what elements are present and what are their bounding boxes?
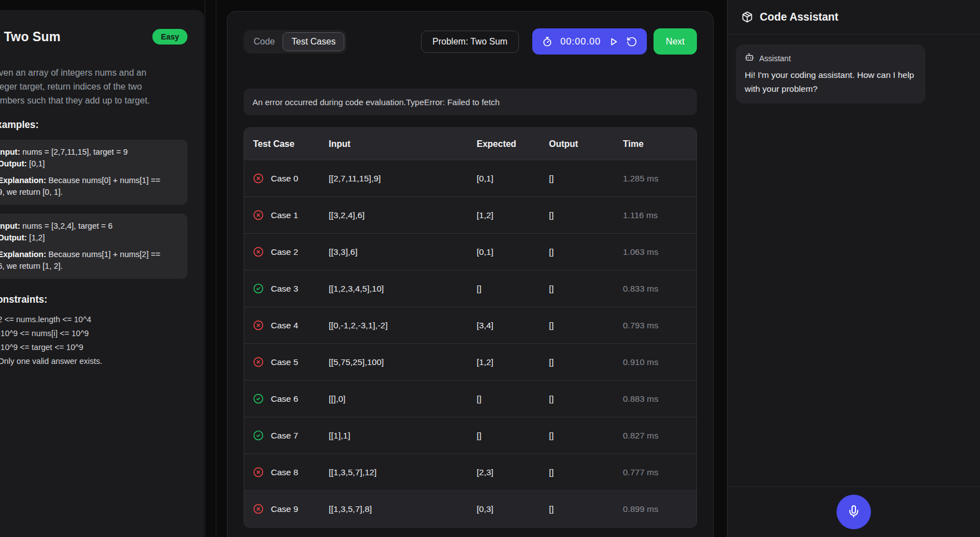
- case-label: Case 7: [271, 431, 298, 441]
- fail-icon: [253, 467, 264, 477]
- problem-select-button[interactable]: Problem: Two Sum: [421, 31, 519, 53]
- input-cell: [[3,2,4],6]: [329, 210, 477, 220]
- constraints-heading: Constraints:: [0, 294, 191, 306]
- time-cell: 1.285 ms: [623, 174, 696, 184]
- case-label: Case 1: [271, 210, 298, 220]
- bubble-sender: Assistant: [759, 54, 791, 63]
- description-line: Given an array of integers nums and an: [0, 66, 191, 80]
- table-header-row: Test CaseInputExpectedOutputTime: [244, 128, 696, 160]
- constraint-item: -10^9 <= nums[i] <= 10^9: [0, 327, 191, 341]
- time-cell: 1.063 ms: [623, 247, 696, 257]
- fail-icon: [253, 210, 264, 220]
- case-cell: Case 7: [244, 430, 329, 441]
- expected-cell: [1,2]: [477, 210, 549, 220]
- case-label: Case 6: [271, 394, 298, 404]
- example-line: Output: [0,1]: [0, 158, 180, 170]
- mic-button[interactable]: [837, 495, 871, 529]
- table-row[interactable]: Case 1[[3,2,4],6][1,2][]1.116 ms: [244, 196, 696, 233]
- table-row[interactable]: Case 9[[1,3,5,7],8][0,3][]0.899 ms: [244, 490, 696, 527]
- assistant-footer: [727, 486, 980, 537]
- input-cell: [[1],1]: [329, 431, 477, 441]
- example-line: 6, we return [1, 2].: [0, 260, 180, 272]
- assistant-header: Code Assistant: [727, 0, 980, 35]
- tab-test-cases[interactable]: Test Cases: [283, 32, 344, 51]
- time-cell: 0.777 ms: [623, 467, 696, 477]
- table-row[interactable]: Case 7[[1],1][][]0.827 ms: [244, 417, 696, 454]
- column-header-expected: Expected: [477, 139, 549, 149]
- pass-icon: [253, 430, 264, 441]
- input-cell: [[3,3],6]: [329, 247, 477, 257]
- constraint-item: -10^9 <= target <= 10^9: [0, 341, 191, 354]
- description-line: numbers such that they add up to target.: [0, 93, 191, 107]
- fail-icon: [253, 247, 264, 257]
- example-card: Input: nums = [3,2,4], target = 6Output:…: [0, 214, 187, 279]
- input-cell: [[0,-1,2,-3,1],-2]: [329, 321, 477, 331]
- case-cell: Case 4: [244, 320, 329, 331]
- case-label: Case 8: [271, 467, 298, 477]
- table-row[interactable]: Case 3[[1,2,3,4,5],10][][]0.833 ms: [244, 270, 696, 307]
- expected-cell: []: [477, 431, 549, 441]
- table-row[interactable]: Case 6[[],0][][]0.883 ms: [244, 380, 696, 417]
- column-header-time: Time: [623, 139, 696, 149]
- time-cell: 0.883 ms: [623, 394, 696, 404]
- example-line: Explanation: Because nums[0] + nums[1] =…: [0, 175, 180, 186]
- description-line: integer target, return indices of the tw…: [0, 80, 191, 93]
- workspace-header: CodeTest Cases Problem: Two Sum 00:00.00: [244, 28, 697, 55]
- reset-icon: [626, 36, 637, 47]
- table-row[interactable]: Case 2[[3,3],6][0,1][]1.063 ms: [244, 233, 696, 270]
- case-label: Case 0: [271, 174, 298, 184]
- table-row[interactable]: Case 8[[1,3,5,7],12][2,3][]0.777 ms: [244, 454, 696, 490]
- case-label: Case 3: [271, 284, 298, 294]
- table-row[interactable]: Case 5[[5,75,25],100][1,2][]0.910 ms: [244, 343, 696, 380]
- timer-pill[interactable]: 00:00.00: [532, 28, 647, 55]
- case-cell: Case 1: [244, 210, 329, 220]
- case-label: Case 2: [271, 247, 298, 257]
- output-cell: []: [549, 431, 623, 441]
- expected-cell: [2,3]: [477, 467, 549, 477]
- output-cell: []: [549, 504, 623, 514]
- assistant-panel: Code Assistant Assistant Hi! I'm your co…: [727, 0, 980, 537]
- output-cell: []: [549, 247, 623, 257]
- expected-cell: []: [477, 284, 549, 294]
- input-cell: [[],0]: [329, 394, 477, 404]
- column-header-input: Input: [329, 139, 477, 149]
- input-cell: [[5,75,25],100]: [329, 357, 477, 367]
- constraints-list: 2 <= nums.length <= 10^4-10^9 <= nums[i]…: [0, 313, 191, 368]
- next-button[interactable]: Next: [654, 28, 697, 55]
- example-line: Output: [1,2]: [0, 232, 180, 244]
- time-cell: 0.910 ms: [623, 357, 696, 367]
- output-cell: []: [549, 467, 623, 477]
- case-cell: Case 5: [244, 357, 329, 367]
- column-header-output: Output: [549, 139, 623, 149]
- input-cell: [[1,2,3,4,5],10]: [329, 284, 477, 294]
- tab-code[interactable]: Code: [246, 32, 283, 51]
- fail-icon: [253, 173, 264, 184]
- mic-icon: [847, 505, 860, 520]
- case-cell: Case 6: [244, 393, 329, 404]
- reset-button[interactable]: [626, 36, 637, 47]
- problem-description: Given an array of integers nums and anin…: [0, 66, 191, 107]
- test-results-table: Test CaseInputExpectedOutputTime Case 0[…: [244, 127, 697, 528]
- output-cell: []: [549, 210, 623, 220]
- output-cell: []: [549, 284, 623, 294]
- table-row[interactable]: Case 0[[2,7,11,15],9][0,1][]1.285 ms: [244, 160, 696, 196]
- constraint-item: 2 <= nums.length <= 10^4: [0, 313, 191, 327]
- case-cell: Case 9: [244, 504, 329, 514]
- example-line: Input: nums = [3,2,4], target = 6: [0, 220, 180, 232]
- output-cell: []: [549, 174, 623, 184]
- case-label: Case 4: [271, 321, 298, 331]
- expected-cell: [1,2]: [477, 357, 549, 367]
- pane-divider: [205, 0, 205, 537]
- case-label: Case 9: [271, 504, 298, 514]
- column-header-test-case: Test Case: [244, 139, 329, 149]
- pane-divider: [216, 0, 216, 537]
- problem-panel: Two Sum Easy Given an array of integers …: [0, 10, 204, 537]
- table-row[interactable]: Case 4[[0,-1,2,-3,1],-2][3,4][]0.793 ms: [244, 307, 696, 343]
- input-cell: [[2,7,11,15],9]: [329, 174, 477, 184]
- play-button[interactable]: [608, 36, 619, 47]
- assistant-message-text: Hi! I'm your coding assistant. How can I…: [745, 68, 917, 96]
- input-cell: [[1,3,5,7],8]: [329, 504, 477, 514]
- case-cell: Case 3: [244, 283, 329, 294]
- problem-title: Two Sum: [4, 29, 61, 45]
- timer-value: 00:00.00: [560, 36, 601, 47]
